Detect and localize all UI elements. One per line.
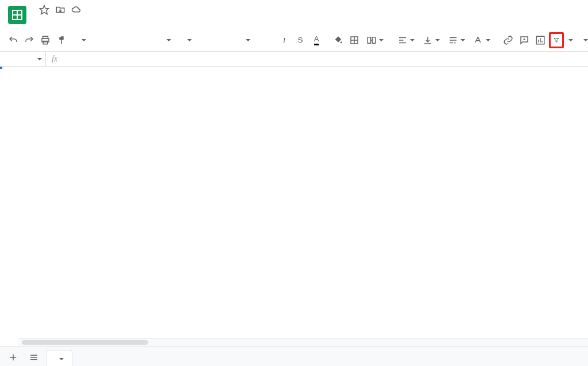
font-size-dropdown[interactable]	[240, 32, 254, 48]
menu-donnees[interactable]	[79, 16, 87, 21]
name-box[interactable]	[0, 52, 46, 66]
svg-marker-4	[40, 6, 49, 14]
text-rotation-dropdown[interactable]	[470, 32, 494, 48]
active-cell-outline	[0, 67, 2, 69]
title-bar	[0, 0, 588, 25]
menu-aide[interactable]	[107, 16, 115, 21]
horizontal-align-dropdown[interactable]	[394, 32, 418, 48]
paint-format-icon[interactable]	[54, 32, 69, 48]
italic-button[interactable]: I	[277, 32, 292, 48]
insert-comment-icon[interactable]	[517, 32, 532, 48]
text-color-button[interactable]: A	[309, 32, 324, 48]
selection-outline	[0, 67, 2, 69]
menu-affichage[interactable]	[52, 16, 60, 21]
text-wrap-dropdown[interactable]	[444, 32, 469, 48]
move-icon[interactable]	[55, 5, 65, 15]
percent-button[interactable]	[113, 32, 127, 48]
svg-rect-12	[368, 37, 370, 43]
add-sheet-icon[interactable]	[5, 349, 22, 366]
vertical-align-dropdown[interactable]	[419, 32, 443, 48]
all-sheets-icon[interactable]	[25, 349, 42, 366]
undo-icon[interactable]	[6, 32, 21, 48]
menu-extensions[interactable]	[98, 16, 106, 21]
spreadsheet-grid[interactable]	[0, 67, 588, 338]
fill-color-icon[interactable]	[331, 32, 346, 48]
sheet-tab-menu-icon[interactable]	[59, 358, 64, 360]
insert-link-icon[interactable]	[501, 32, 516, 48]
horizontal-scrollbar[interactable]	[18, 338, 588, 346]
insert-chart-icon[interactable]	[533, 32, 548, 48]
formula-bar: fx	[0, 52, 588, 67]
sheet-tab-active[interactable]	[46, 350, 72, 367]
menu-fichier[interactable]	[33, 16, 41, 21]
number-format-dropdown[interactable]	[161, 32, 175, 48]
cloud-saved-icon[interactable]	[71, 5, 82, 15]
font-family-dropdown[interactable]	[181, 32, 233, 48]
bold-button[interactable]	[261, 32, 276, 48]
sheets-logo[interactable]	[7, 5, 28, 25]
fx-icon: fx	[46, 55, 63, 64]
zoom-dropdown[interactable]	[76, 32, 90, 48]
filter-icon[interactable]	[549, 32, 564, 48]
menu-insertion[interactable]	[61, 16, 69, 21]
filter-views-dropdown[interactable]	[565, 32, 577, 48]
last-modified-link[interactable]	[116, 16, 124, 21]
svg-rect-13	[373, 37, 376, 43]
menu-bar	[33, 16, 124, 21]
menu-format[interactable]	[70, 16, 78, 21]
print-icon[interactable]	[38, 32, 53, 48]
strikethrough-button[interactable]: S	[293, 32, 308, 48]
currency-button[interactable]	[96, 32, 111, 48]
svg-point-8	[341, 41, 342, 43]
borders-icon[interactable]	[347, 32, 362, 48]
functions-dropdown[interactable]	[578, 32, 588, 48]
star-icon[interactable]	[39, 5, 49, 15]
menu-edition[interactable]	[42, 16, 51, 21]
redo-icon[interactable]	[22, 32, 37, 48]
sheet-bar	[0, 346, 588, 366]
toolbar: I S A	[0, 29, 588, 52]
menu-outils[interactable]	[88, 16, 96, 21]
merge-cells-dropdown[interactable]	[363, 32, 387, 48]
increase-decimal-button[interactable]	[145, 32, 160, 48]
decrease-decimal-button[interactable]	[129, 32, 144, 48]
